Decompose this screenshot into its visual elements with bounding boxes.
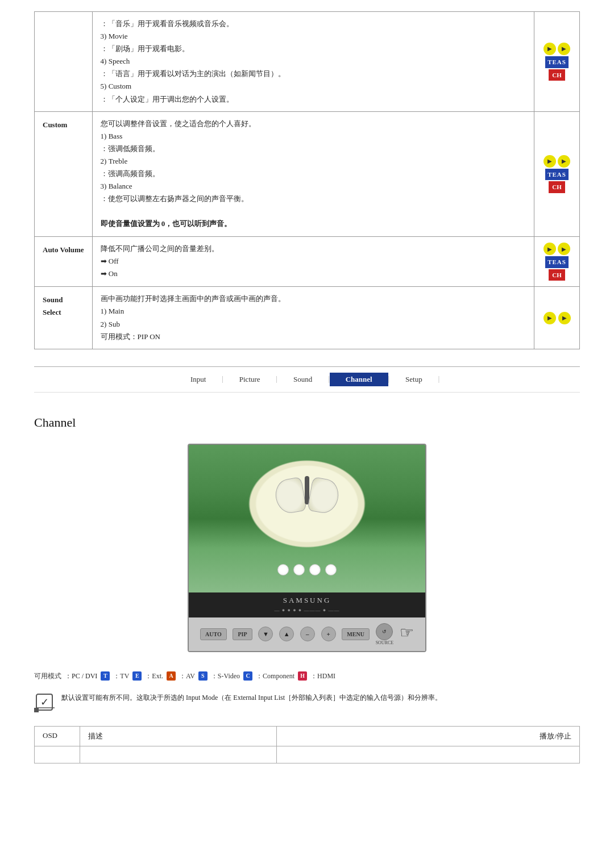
nav-item-setup[interactable]: Setup [389,373,438,386]
play-btn-only-right: ▶ [558,312,571,324]
flower-2 [293,564,305,575]
custom-text-7: ：使您可以调整左右扬声器之间的声音平衡。 [101,194,248,203]
ctrl-minus[interactable]: – [300,627,315,641]
mode-icon-c: C [243,671,252,681]
play-btn-only-left: ▶ [544,312,556,324]
avail-modes-sep: ：PC / DVI [65,669,97,683]
nav-sep-5: | [438,375,439,383]
channel-section: Channel [34,415,580,763]
channel-title: Channel [34,415,580,430]
ctrl-source-group: ↺ SOURCE [376,623,394,645]
bt-empty-1 [35,746,80,763]
tv-brand-controls-text: — ● ● ● ● ——— ● —— [275,607,340,613]
note-icon: ✓ [34,692,55,712]
note-box: ✓ 默认设置可能有所不同。这取决于所选的 Input Mode（在 Extern… [34,692,580,712]
nav-item-picture[interactable]: Picture [223,373,276,386]
ctrl-pip[interactable]: PIP [233,628,252,640]
teas-badge-2: TEAS [545,169,569,181]
svg-rect-3 [34,708,39,712]
note-text: 默认设置可能有所不同。这取决于所选的 Input Mode（在 External… [61,692,442,703]
nav-bar: Input | Picture | Sound | Channel | Setu… [34,366,580,393]
svg-text:✓: ✓ [40,696,49,708]
autovol-text-1: 降低不同广播公司之间的音量差别。 [101,244,219,253]
ch-badge-3: CH [549,269,565,281]
row-text-7: ：「个人设定」用于调出您的个人设置。 [101,95,234,103]
bt-label-osd: OSD [35,726,80,746]
ch-badge-2: CH [549,181,565,193]
teas-icon-cell-3: ▶ ▶ TEAS CH [534,236,580,287]
custom-text-5: ：强调高频音频。 [101,169,160,178]
teas-icon-cell-1: ▶ ▶ TEAS CH [534,12,580,112]
teas-badge-row-3: TEAS [545,256,569,268]
mode-icon-a: A [167,671,176,681]
mode-text-e: ：Ext. [145,669,163,683]
bottom-table: OSD 描述 播放/停止 [34,726,580,763]
ch-badge: CH [549,69,565,81]
nav-item-channel[interactable]: Channel [330,373,388,386]
mode-icon-s: S [198,671,208,681]
tv-screen-content [189,445,425,592]
table-row: Auto Volume 降低不同广播公司之间的音量差别。 ➡ Off ➡ On … [35,236,580,287]
row-label-custom: Custom [35,111,93,236]
play-btn-left: ▶ [544,43,556,55]
teas-icon-3: ▶ ▶ TEAS CH [544,243,570,281]
note-svg-icon: ✓ [34,692,55,712]
teas-badge-3: TEAS [545,256,569,268]
tv-brand-name: SAMSUNG [283,596,331,604]
sound-table: ：「音乐」用于观看音乐视频或音乐会。 3) Movie ：「剧场」用于观看电影。… [34,11,580,349]
row-text-2: 3) Movie [101,32,128,40]
table-row: ：「音乐」用于观看音乐视频或音乐会。 3) Movie ：「剧场」用于观看电影。… [35,12,580,112]
bt-content-desc: 描述 [80,726,277,746]
ch-badge-row-3: CH [549,269,565,281]
row-content-custom: 您可以调整伴音设置，使之适合您的个人喜好。 1) Bass ：强调低频音频。 2… [92,111,534,236]
mode-text-s: ：S-Video [211,669,240,683]
ch-badge-row-2: CH [549,181,565,193]
ch-badge-row: CH [549,69,565,81]
play-icon-cell: ▶ ▶ [534,287,580,349]
ctrl-menu[interactable]: MENU [342,628,370,640]
custom-text-4: 2) Treble [101,157,128,165]
nav-item-input[interactable]: Input [175,373,222,386]
hand-pointer-icon: ☞ [400,623,414,642]
mode-text-t: ：TV [113,669,129,683]
tv-mockup: SAMSUNG — ● ● ● ● ——— ● —— AUTO PIP ▼ ▲ … [188,444,426,652]
teas-play-row: ▶ ▶ [544,43,570,55]
tv-brand-bar: SAMSUNG — ● ● ● ● ——— ● —— [189,592,425,617]
custom-text-3: ：强调低频音频。 [101,144,160,153]
soundsel-text-4: 可用模式：PIP ON [101,332,160,341]
custom-bold-note: 即使音量值设置为 0，也可以听到声音。 [101,219,232,228]
soundsel-text-2: 1) Main [101,307,125,315]
nav-item-sound[interactable]: Sound [277,373,328,386]
autovol-text-3: ➡ On [101,269,118,278]
row-text-3: ：「剧场」用于观看电影。 [101,44,189,53]
ctrl-up[interactable]: ▲ [279,627,294,641]
autovol-text-2: ➡ Off [101,257,119,265]
row-text-6: 5) Custom [101,82,132,90]
ctrl-plus[interactable]: + [321,627,336,641]
ctrl-auto[interactable]: AUTO [200,628,227,640]
play-btn-right: ▶ [558,43,570,55]
row-label-autovol: Auto Volume [35,236,93,287]
butterfly-image [273,473,341,524]
ctrl-source-btn[interactable]: ↺ [376,623,393,640]
table-row: SoundSelect 画中画功能打开时选择主画面中的声音或画中画的声音。 1)… [35,287,580,349]
teas-icon-1: ▶ ▶ TEAS CH [544,43,570,81]
play-btn-left-2: ▶ [544,155,556,168]
bt-empty-3 [277,746,580,763]
mode-text-c: ：Component [256,669,294,683]
teas-badge-row: TEAS [545,56,569,68]
butterfly-wing-right [307,477,341,515]
mode-icon-t: T [101,671,110,681]
mode-text-a: ：AV [179,669,195,683]
tv-controls: AUTO PIP ▼ ▲ – + MENU ↺ SOURCE ☞ [189,617,425,651]
flower-4 [325,564,337,575]
row-text-5: ：「语言」用于观看以对话为主的演出（如新闻节目）。 [101,69,285,78]
row-label [35,12,93,112]
ctrl-source-label: SOURCE [376,640,394,645]
tv-screen [189,445,425,592]
ctrl-down[interactable]: ▼ [258,627,273,641]
row-text-4: 4) Speech [101,57,130,65]
page-wrapper: ：「音乐」用于观看音乐视频或音乐会。 3) Movie ：「剧场」用于观看电影。… [0,0,614,775]
play-btn-right-3: ▶ [558,243,570,255]
avail-modes-label: 可用模式 [34,669,61,683]
